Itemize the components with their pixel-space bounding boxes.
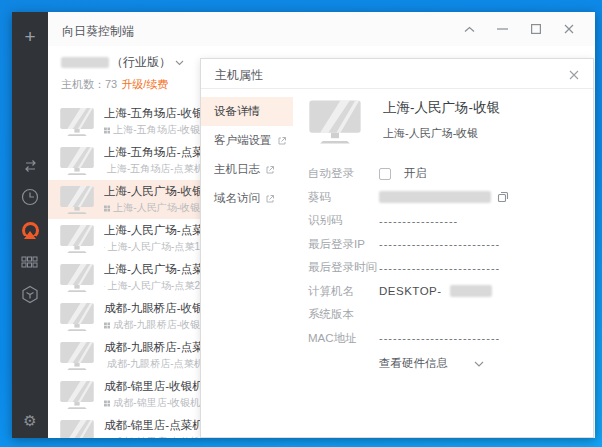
field-sunlogin-code: 葵码 [308,186,595,210]
field-computer-name: 计算机名 DESKTOP- [308,280,595,304]
monitor-icon [59,302,95,332]
device-details-pane: 上海-人民广场-收银 上海-人民广场-收银 自动登录 开启 [293,89,595,437]
external-link-icon [277,136,287,146]
sidebar: + ⚙ [12,12,48,438]
sunlogin-code-redacted [379,191,491,203]
windows-logo-icon [104,126,110,135]
device-list-item[interactable]: 成都-锦里店-点菜机 成都-锦里店-点菜机 [48,414,200,438]
device-list-panel: （行业版） 主机数：73升级/续费 上海-五角场店-收银 上海-五角场店-收银 … [48,46,200,438]
field-last-login-ip: 最后登录IP -------------------------- [308,233,595,257]
monitor-icon [59,263,95,293]
windows-logo-icon [104,243,105,252]
device-list-item[interactable]: 上海-五角场店-收银 上海-五角场店-收银 [48,102,200,141]
monitor-icon [59,185,95,215]
computer-name-redacted [450,285,492,297]
field-last-login-time: 最后登录时间 -------------------------- [308,256,595,280]
close-button[interactable] [552,12,585,46]
windows-logo-icon [104,282,105,291]
titlebar: 向日葵控制端 [12,12,595,46]
nav-item-device-details[interactable]: 设备详情 [201,97,293,126]
windows-logo-icon [104,399,110,408]
auto-login-checkbox[interactable] [379,168,391,180]
device-list-item-selected[interactable]: 上海-人民广场-收银 上海-人民广场-收银 [48,180,200,219]
device-list-item[interactable]: 成都-锦里店-收银机 成都-锦里店-收银机 [48,375,200,414]
monitor-icon [59,419,95,439]
device-alias: 上海-人民广场-收银 [383,126,478,141]
field-mac-address: MAC地址 -------------------------- [308,327,595,351]
window-title: 向日葵控制端 [62,23,134,40]
desktop: { "colors": { "accent": "#F05A28", "sele… [0,0,602,447]
device-list-item[interactable]: 上海-人民广场-点菜2 上海-人民广场-点菜2 [48,258,200,297]
device-list-item[interactable]: 上海-五角场店-点菜机 上海-五角场店-点菜机 [48,141,200,180]
monitor-icon [59,380,95,410]
device-list-item[interactable]: 成都-九眼桥店-点菜机 成都-九眼桥店-点菜机 [48,336,200,375]
device-name: 上海-人民广场-收银 [383,99,500,117]
monitor-icon-large [308,99,362,145]
chevron-down-icon[interactable] [175,60,184,66]
add-device-icon[interactable]: + [12,26,48,48]
dialog-nav: 设备详情 客户端设置 主机日志 域名访问 [201,89,293,437]
nav-item-host-logs[interactable]: 主机日志 [201,155,293,184]
sunlogin-logo-icon[interactable] [20,218,40,242]
windows-logo-icon [104,321,110,330]
transfer-icon[interactable] [20,156,40,176]
device-list: 上海-五角场店-收银 上海-五角场店-收银 上海-五角场店-点菜机 上海-五角场… [48,102,200,438]
minimize-button[interactable] [486,12,519,46]
external-link-icon [265,165,275,175]
external-link-icon [265,194,275,204]
account-name-redacted [61,57,109,68]
field-os-version: 系统版本 [308,303,595,327]
nav-item-domain-access[interactable]: 域名访问 [201,184,293,213]
chevron-down-icon [474,361,484,367]
windows-logo-icon [104,438,110,439]
monitor-icon [59,341,95,371]
package-cube-icon[interactable] [20,284,40,304]
copy-icon[interactable] [497,191,509,203]
maximize-button[interactable] [519,12,552,46]
upgrade-renew-link[interactable]: 升级/续费 [121,78,168,90]
nav-item-client-settings[interactable]: 客户端设置 [201,126,293,155]
host-properties-dialog: 主机属性 设备详情 客户端设置 主机日志 域名访问 [200,58,594,438]
account-edition: （行业版） [111,54,171,71]
account-header[interactable]: （行业版） 主机数：73升级/续费 [48,46,200,98]
device-list-item[interactable]: 上海-人民广场-点菜1 上海-人民广场-点菜1 [48,219,200,258]
dialog-title: 主机属性 [215,67,263,84]
device-list-item[interactable]: 成都-九眼桥店-收银 成都-九眼桥店-收银 [48,297,200,336]
windows-logo-icon [104,204,110,213]
field-identification-code: 识别码 ----------------- [308,209,595,233]
dialog-close-icon[interactable] [565,66,583,84]
window-controls [453,12,585,46]
auto-login-label: 开启 [404,166,427,181]
host-count: 主机数：73 [61,78,117,90]
monitor-icon [59,146,95,176]
collapse-chevron-button[interactable] [453,12,486,46]
device-fields: 自动登录 开启 葵码 识别码 ----------------- 最后登录IP [308,162,595,350]
settings-gear-icon[interactable]: ⚙ [12,412,48,430]
field-auto-login: 自动登录 开启 [308,162,595,186]
app-window: 向日葵控制端 + [12,12,595,438]
monitor-icon [59,224,95,254]
dialog-header: 主机属性 [201,59,593,89]
history-clock-icon[interactable] [20,187,40,207]
view-hardware-info-link[interactable]: 查看硬件信息 [379,356,595,371]
monitor-icon [59,107,95,137]
apps-grid-icon[interactable] [20,253,40,273]
